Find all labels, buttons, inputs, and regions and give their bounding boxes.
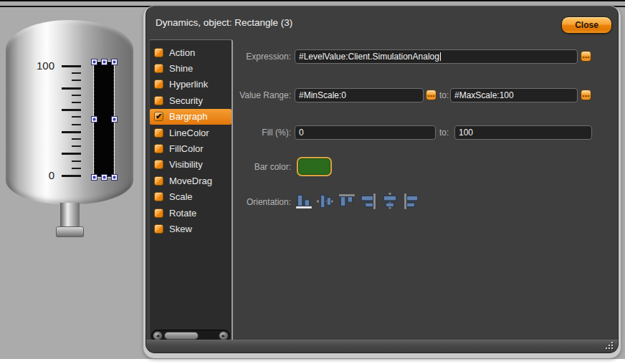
value-range-to-label: to:: [439, 88, 449, 102]
selection-handle[interactable]: [111, 116, 118, 123]
dialog-statusbar: [146, 340, 618, 353]
sidebar-item-label: Hyperlink: [169, 79, 208, 90]
checkbox-icon[interactable]: [154, 128, 163, 138]
expression-label: Expression:: [234, 49, 291, 64]
sidebar-item-label: Shine: [169, 63, 193, 74]
dialog-title: Dynamics, object: Rectangle (3): [156, 6, 292, 39]
tank-graphic[interactable]: 100 0: [6, 20, 133, 244]
sidebar-item-label: Skew: [169, 224, 192, 234]
expression-input[interactable]: #LevelValue:Client.SimulationAnalog: [295, 49, 578, 64]
fill-to-label: to:: [439, 125, 449, 140]
checkbox-icon[interactable]: [154, 224, 163, 234]
scale-minor-tick: [72, 116, 81, 118]
scale-min-label: 0: [49, 170, 54, 181]
orientation-right-aligned-icon[interactable]: [359, 192, 378, 212]
orientation-row: Orientation:: [234, 191, 618, 213]
bar-color-row: Bar color:: [234, 160, 618, 178]
tank-flange: [56, 226, 84, 237]
checkbox-icon[interactable]: [154, 144, 163, 153]
fill-percent-label: Fill (%):: [234, 125, 291, 140]
scrollbar-thumb[interactable]: [164, 332, 199, 340]
checkbox-icon[interactable]: [154, 192, 163, 201]
checkbox-icon[interactable]: [154, 209, 163, 218]
checkbox-icon[interactable]: [154, 160, 163, 169]
sidebar-item-label: FillColor: [169, 143, 204, 154]
scale-minor-tick: [72, 168, 81, 169]
scale-minor-tick: [72, 72, 81, 74]
expression-browse-button[interactable]: …: [581, 51, 591, 62]
sidebar-item-movedrag[interactable]: MoveDrag: [150, 173, 232, 188]
bar-color-swatch[interactable]: [297, 157, 332, 176]
close-button[interactable]: Close: [561, 16, 612, 34]
selection-handle[interactable]: [91, 59, 97, 65]
scale-major-tick: [62, 109, 81, 111]
orientation-center-vertical-icon[interactable]: [316, 192, 335, 212]
value-range-max-input[interactable]: #MaxScale:100: [450, 88, 578, 102]
sidebar-item-label: Scale: [169, 191, 193, 202]
checkbox-icon[interactable]: [154, 48, 163, 57]
fill-from-input[interactable]: 0: [295, 125, 436, 140]
dialog-window-frame: Dynamics, object: Rectangle (3) Close Ac…: [143, 6, 621, 358]
sidebar-item-action[interactable]: Action: [150, 44, 232, 60]
scale-minor-tick: [72, 124, 81, 125]
orientation-bottom-up-icon[interactable]: [295, 192, 313, 212]
selection-handle[interactable]: [111, 59, 118, 65]
expression-row: Expression: #LevelValue:Client.Simulatio…: [234, 49, 618, 64]
sidebar-item-label: MoveDrag: [169, 176, 212, 186]
selection-handle[interactable]: [111, 174, 118, 181]
scale-minor-tick: [72, 145, 81, 147]
orientation-left-aligned-icon[interactable]: [402, 192, 421, 212]
sidebar-item-linecolor[interactable]: LineColor: [150, 125, 232, 140]
sidebar-item-shine[interactable]: Shine: [150, 60, 232, 76]
bargraph-settings-panel: Expression: #LevelValue:Client.Simulatio…: [234, 39, 618, 341]
sidebar-item-label: Action: [169, 47, 195, 58]
scale-minor-tick: [72, 161, 81, 162]
canvas-top-border-line: [0, 0, 625, 1]
orientation-top-down-icon[interactable]: [338, 192, 356, 212]
sidebar-item-fillcolor[interactable]: FillColor: [150, 140, 232, 156]
sidebar-item-rotate[interactable]: Rotate: [150, 205, 232, 221]
scale-minor-tick: [72, 102, 81, 103]
sidebar-item-visibility[interactable]: Visibility: [150, 157, 232, 173]
sidebar-item-scale[interactable]: Scale: [150, 189, 232, 205]
bar-color-label: Bar color:: [234, 160, 291, 174]
scale-major-tick: [62, 153, 81, 155]
checkbox-icon[interactable]: [154, 176, 163, 186]
sidebar-item-label: Security: [169, 95, 203, 106]
value-range-max-browse-button[interactable]: …: [581, 90, 591, 100]
sidebar-item-label: Bargraph: [169, 111, 207, 122]
dynamics-dialog: Dynamics, object: Rectangle (3) Close Ac…: [145, 6, 619, 353]
expression-value: #LevelValue:Client.SimulationAnalog: [299, 52, 439, 62]
checkbox-icon[interactable]: [154, 80, 163, 89]
dynamics-sidebar: Action Shine Hyperlink Security ✔ Bargra…: [149, 39, 233, 345]
checkbox-icon[interactable]: [154, 96, 163, 105]
selection-handle[interactable]: [101, 174, 108, 181]
sidebar-item-label: LineColor: [169, 128, 209, 138]
text-cursor: [440, 52, 441, 61]
sidebar-item-label: Visibility: [169, 159, 203, 170]
sidebar-item-hyperlink[interactable]: Hyperlink: [150, 77, 232, 92]
sidebar-item-security[interactable]: Security: [150, 92, 232, 108]
selection-handle[interactable]: [101, 59, 108, 65]
scale-major-tick: [62, 175, 81, 177]
scale-minor-tick: [72, 138, 81, 140]
checkbox-icon[interactable]: ✔: [154, 112, 163, 121]
fill-to-input[interactable]: 100: [454, 125, 592, 140]
resize-grip[interactable]: [605, 342, 613, 350]
sidebar-list: Action Shine Hyperlink Security ✔ Bargra…: [150, 44, 232, 237]
scale-major-tick: [62, 87, 81, 90]
checkbox-icon[interactable]: [154, 64, 163, 73]
sidebar-item-bargraph[interactable]: ✔ Bargraph: [150, 109, 232, 125]
selection-handle[interactable]: [91, 174, 97, 181]
orientation-center-horizontal-icon[interactable]: [381, 192, 399, 212]
scale-major-tick: [62, 65, 81, 67]
selection-handle[interactable]: [91, 116, 97, 123]
value-range-min-input[interactable]: #MinScale:0: [295, 88, 424, 102]
orientation-label: Orientation:: [234, 191, 291, 213]
scale-major-tick: [62, 131, 81, 133]
tank-pipe: [60, 203, 80, 228]
value-range-label: Value Range:: [234, 88, 291, 102]
value-range-min-browse-button[interactable]: …: [426, 90, 436, 100]
sidebar-item-skew[interactable]: Skew: [150, 221, 232, 236]
sidebar-item-label: Rotate: [169, 208, 196, 219]
